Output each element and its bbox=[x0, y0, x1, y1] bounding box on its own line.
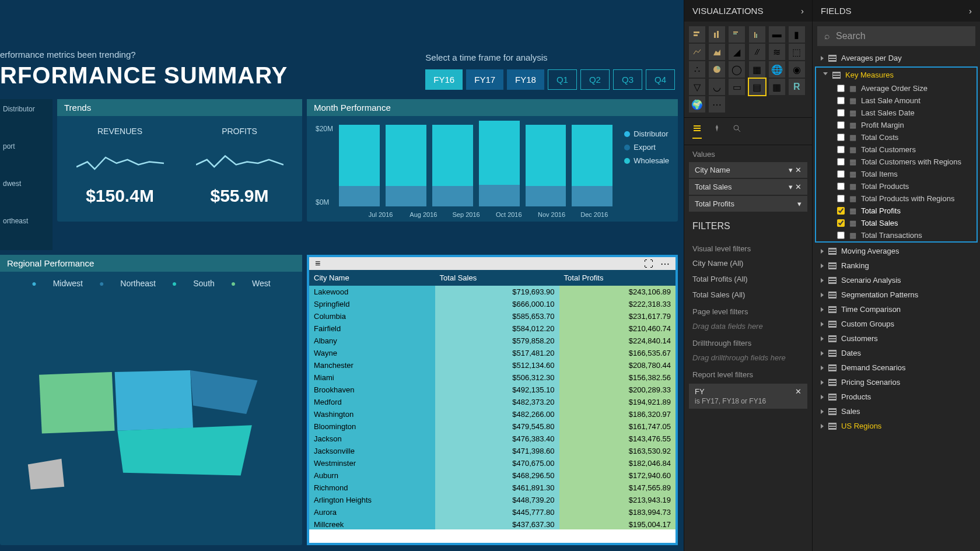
stacked-column-icon[interactable] bbox=[709, 26, 725, 43]
bucket-sales[interactable]: Total Sales▾ ✕ bbox=[689, 179, 807, 195]
table-row[interactable]: Richmond$461,891.30$147,565.89 bbox=[309, 482, 676, 494]
clustered-bar-icon[interactable] bbox=[729, 26, 745, 43]
table-row[interactable]: Bloomington$479,545.80$161,747.05 bbox=[309, 420, 676, 433]
table-row[interactable]: Westminster$470,675.00$182,046.84 bbox=[309, 457, 676, 469]
fields-well-tab[interactable] bbox=[692, 124, 702, 139]
focus-mode-icon[interactable]: ⛶ bbox=[644, 259, 653, 269]
table-row[interactable]: Manchester$512,134.60$208,780.44 bbox=[309, 359, 676, 371]
filled-map-icon[interactable]: ◉ bbox=[789, 61, 805, 78]
clustered-column-icon[interactable] bbox=[749, 26, 765, 43]
filter-city[interactable]: City Name (All) bbox=[684, 255, 812, 271]
trends-card[interactable]: Trends REVENUES $150.4M PROFITS $55.9M bbox=[57, 99, 302, 222]
field-table[interactable]: Moving Averages bbox=[813, 244, 980, 258]
line-chart-icon[interactable] bbox=[689, 44, 705, 60]
combo-chart-icon[interactable]: ⫽ bbox=[749, 44, 765, 60]
field-table[interactable]: Customers bbox=[813, 331, 980, 346]
field-table[interactable]: Segmentation Patterns bbox=[813, 287, 980, 302]
stacked-area-icon[interactable]: ◢ bbox=[729, 44, 745, 60]
scatter-icon[interactable]: ∴ bbox=[689, 61, 705, 78]
col-sales[interactable]: Total Sales bbox=[435, 270, 559, 286]
field-item[interactable]: ▦ Total Transactions bbox=[816, 229, 977, 241]
field-item[interactable]: ▦ Total Products bbox=[816, 180, 977, 192]
q3-button[interactable]: Q3 bbox=[613, 69, 642, 90]
col-city[interactable]: City Name bbox=[309, 270, 435, 286]
table-row[interactable]: Lakewood$719,693.90$243,106.89 bbox=[309, 286, 676, 298]
fy18-button[interactable]: FY18 bbox=[507, 69, 544, 90]
waterfall-icon[interactable]: ⬚ bbox=[789, 44, 805, 60]
format-tab[interactable] bbox=[712, 124, 722, 139]
pie-icon[interactable] bbox=[709, 61, 725, 78]
field-item[interactable]: ▦ Average Order Size bbox=[816, 82, 977, 94]
stacked-bar-icon[interactable] bbox=[689, 26, 705, 43]
donut-icon[interactable]: ◯ bbox=[729, 61, 745, 78]
filter-profits[interactable]: Total Profits (All) bbox=[684, 271, 812, 287]
us-map[interactable] bbox=[0, 295, 302, 533]
field-item[interactable]: ▦ Last Sale Amount bbox=[816, 94, 977, 107]
field-item[interactable]: ▦ Total Customers with Regions bbox=[816, 156, 977, 168]
field-item[interactable]: ▦ Total Sales bbox=[816, 217, 977, 229]
field-item[interactable]: ▦ Last Sales Date bbox=[816, 107, 977, 119]
clear-filter-icon[interactable]: ✕ bbox=[795, 387, 802, 396]
bucket-city[interactable]: City Name▾ ✕ bbox=[689, 162, 807, 178]
map-icon[interactable]: 🌐 bbox=[769, 61, 785, 78]
analytics-tab[interactable] bbox=[732, 124, 741, 139]
field-table[interactable]: US Regions bbox=[813, 419, 980, 433]
field-item[interactable]: ▦ Total Customers bbox=[816, 143, 977, 156]
area-chart-icon[interactable] bbox=[709, 44, 725, 60]
ribbon-icon[interactable]: ≋ bbox=[769, 44, 785, 60]
q4-button[interactable]: Q4 bbox=[646, 69, 675, 90]
q2-button[interactable]: Q2 bbox=[580, 69, 610, 90]
field-item[interactable]: ▦ Profit Margin bbox=[816, 119, 977, 131]
field-table[interactable]: Averages per Day bbox=[813, 51, 980, 65]
city-table[interactable]: City Name Total Sales Total Profits Lake… bbox=[309, 270, 676, 529]
bucket-profits[interactable]: Total Profits▾ bbox=[689, 196, 807, 212]
fields-search[interactable]: ⌕ Search bbox=[817, 26, 975, 46]
field-item[interactable]: ▦ Total Items bbox=[816, 168, 977, 180]
gauge-icon[interactable]: ◡ bbox=[709, 79, 725, 95]
drag-handle-icon[interactable]: ≡ bbox=[315, 258, 320, 269]
table-row[interactable]: Washington$482,266.00$186,320.97 bbox=[309, 408, 676, 420]
table-row[interactable]: Wayne$517,481.20$166,535.67 bbox=[309, 347, 676, 359]
col-profits[interactable]: Total Profits bbox=[559, 270, 676, 286]
field-item[interactable]: ▦ Total Products with Regions bbox=[816, 192, 977, 205]
table-row[interactable]: Springfield$666,000.10$222,318.33 bbox=[309, 298, 676, 310]
matrix-icon[interactable]: ▦ bbox=[769, 79, 785, 95]
q1-button[interactable]: Q1 bbox=[548, 69, 577, 90]
table-row[interactable]: Fairfield$584,012.20$210,460.74 bbox=[309, 322, 676, 335]
regional-card[interactable]: Regional Performance ● Midwest ● Northea… bbox=[0, 255, 302, 545]
table-row[interactable]: Jacksonville$471,398.60$163,530.92 bbox=[309, 445, 676, 457]
field-table[interactable]: Pricing Scenarios bbox=[813, 375, 980, 389]
100-column-icon[interactable]: ▮ bbox=[789, 26, 805, 43]
field-item[interactable]: ▦ Total Costs bbox=[816, 131, 977, 143]
month-performance-card[interactable]: Month Performance $20M$0M Jul 2016 Aug 2… bbox=[307, 99, 678, 222]
field-table[interactable]: Ranking bbox=[813, 258, 980, 273]
report-filter-fy[interactable]: FY✕ is FY17, FY18 or FY16 bbox=[689, 384, 807, 409]
visualizations-pane[interactable]: VISUALIZATIONS › ▬ ▮ ◢ ⫽ ≋ ⬚ ∴ ◯ ▦ bbox=[684, 0, 812, 551]
field-table[interactable]: Dates bbox=[813, 346, 980, 360]
table-row[interactable]: Aurora$445,777.80$183,994.73 bbox=[309, 506, 676, 518]
field-table[interactable]: Scenario Analysis bbox=[813, 273, 980, 287]
table-row[interactable]: Millcreek$437,637.30$195,004.17 bbox=[309, 518, 676, 529]
key-measures-group[interactable]: Key Measures ▦ Average Order Size ▦ Last… bbox=[815, 66, 978, 243]
r-visual-icon[interactable]: R bbox=[789, 79, 805, 95]
drill-filter-hint[interactable]: Drag drillthrough fields here bbox=[684, 350, 812, 366]
left-slicer-strip[interactable]: Distributor port dwest ortheast -10 Rank… bbox=[0, 99, 52, 250]
table-row[interactable]: Albany$579,858.20$224,840.14 bbox=[309, 335, 676, 347]
fy17-button[interactable]: FY17 bbox=[466, 69, 503, 90]
city-table-visual[interactable]: ≡ ⛶ ⋯ City Name Total Sales Total Profit… bbox=[307, 255, 678, 545]
more-viz-icon[interactable]: ⋯ bbox=[709, 96, 725, 113]
field-table[interactable]: Time Comparison bbox=[813, 302, 980, 317]
collapse-icon[interactable]: › bbox=[969, 6, 972, 16]
table-row[interactable]: Miami$506,312.30$156,382.56 bbox=[309, 371, 676, 384]
field-table[interactable]: Custom Groups bbox=[813, 317, 980, 331]
table-row[interactable]: Medford$482,373.20$194,921.89 bbox=[309, 396, 676, 408]
filter-sales[interactable]: Total Sales (All) bbox=[684, 287, 812, 303]
field-table[interactable]: Sales bbox=[813, 404, 980, 419]
fields-pane[interactable]: FIELDS › ⌕ Search Averages per Day Key M… bbox=[812, 0, 980, 551]
field-table[interactable]: Demand Scenarios bbox=[813, 360, 980, 375]
card-icon[interactable]: ▭ bbox=[729, 79, 745, 95]
table-icon[interactable]: ▤ bbox=[749, 79, 765, 95]
more-options-icon[interactable]: ⋯ bbox=[660, 259, 670, 269]
globe-icon[interactable]: 🌍 bbox=[689, 96, 705, 113]
page-filter-hint[interactable]: Drag data fields here bbox=[684, 318, 812, 334]
